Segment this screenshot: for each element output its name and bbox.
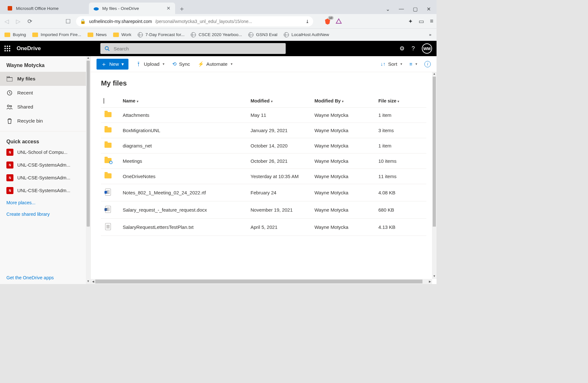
bookmark-item[interactable]: Buying [4,32,26,37]
install-app-icon[interactable]: ⤓ [306,19,309,24]
settings-icon[interactable]: ⚙ [399,45,405,52]
main-pane: ＋ New ▾ ⭱ Upload ▾ ⟲ Sync ⚡ Automate ▾ [91,56,437,284]
table-row[interactable]: OneDriveNotesYesterday at 10:35 AMWayne … [101,169,426,184]
file-name[interactable]: OneDriveNotes [120,169,248,184]
extensions-icon[interactable]: ✦ [408,18,413,25]
bookmark-icon[interactable]: ☐ [65,18,72,25]
menu-icon[interactable]: ≡ [430,18,433,25]
quick-access-item[interactable]: NUNL-CSE-SystemsAdm... [0,159,90,171]
upload-button[interactable]: ⭱ Upload ▾ [136,61,165,67]
file-name[interactable]: Notes_802_1_Meeting_02_24_2022.rtf [120,184,248,201]
create-library-link[interactable]: Create shared library [0,208,90,220]
column-header-modified[interactable]: Modified▾ [248,94,312,108]
office-icon [7,5,13,11]
reload-button[interactable]: ⟳ [26,18,33,25]
close-icon[interactable]: ✕ [166,5,171,11]
sidebar-item-shared[interactable]: Shared [0,100,90,114]
sync-button[interactable]: ⟲ Sync [172,61,190,67]
file-name[interactable]: diagrams_net [120,138,248,154]
sidebar-scrollbar[interactable]: ▲ ▼ [86,56,90,284]
bookmark-item[interactable]: CSCE 2020 Yearboo... [191,32,242,37]
sort-button[interactable]: ↓↑ Sort ▾ [381,61,402,67]
scroll-down-icon[interactable]: ▼ [86,280,90,284]
sidebar-item-label: Recent [17,90,33,96]
forward-button[interactable]: ▷ [15,18,22,25]
maximize-icon[interactable]: ▢ [413,6,418,12]
get-apps-link[interactable]: Get the OneDrive apps [6,275,84,280]
table-row[interactable]: diagrams_netOctober 14, 2020Wayne Motyck… [101,138,426,154]
minimize-icon[interactable]: ― [399,6,404,12]
app-name[interactable]: OneDrive [17,45,41,52]
search-input[interactable] [113,46,282,52]
app-launcher-icon[interactable] [4,46,11,51]
brave-rewards-icon[interactable] [336,18,342,25]
bookmark-item[interactable]: LocalHost AuthNew [284,32,329,37]
bookmark-item[interactable]: Work [113,32,131,37]
column-header-size[interactable]: File size▾ [376,94,426,108]
bookmark-item[interactable]: GSN3 Eval [248,32,277,37]
new-tab-button[interactable]: ＋ [176,3,187,14]
column-header-name[interactable]: Name▾ [120,94,248,108]
search-box[interactable] [100,43,286,54]
scroll-thumb[interactable] [95,280,422,283]
scroll-up-icon[interactable]: ▲ [432,72,437,77]
bookmark-item[interactable]: Imported From Fire... [32,32,81,37]
sidebar-item-myfiles[interactable]: My files [0,72,90,86]
quick-access-item[interactable]: NUNL-CSE-SystemsAdm... [0,171,90,184]
scroll-thumb[interactable] [433,77,436,227]
table-row[interactable]: Salary_request_-_feature_request.docxNov… [101,201,426,219]
command-bar: ＋ New ▾ ⭱ Upload ▾ ⟲ Sync ⚡ Automate ▾ [91,56,437,72]
table-row[interactable]: BoxMigrationUNLJanuary 29, 2021Wayne Mot… [101,123,426,138]
quick-access-item[interactable]: NUNL-School of Compu... [0,146,90,159]
automate-button[interactable]: ⚡ Automate ▾ [198,61,233,67]
file-name[interactable]: Meetings [120,154,248,169]
content-scrollbar[interactable]: ▲ ▼ [432,72,437,279]
table-row[interactable]: SalaryRequestLettersTestPlan.txtApril 5,… [101,219,426,236]
horizontal-scrollbar[interactable]: ◀ ▶ [91,279,432,284]
globe-icon [284,32,289,37]
folder-icon [104,173,112,178]
automate-label: Automate [206,61,228,67]
close-window-icon[interactable]: ✕ [427,6,431,12]
help-icon[interactable]: ? [412,45,415,52]
bookmarks-overflow[interactable]: » [429,32,432,37]
browser-addressbar: ◁ ▷ ⟳ ☐ 🔒 uofnelincoln-my.sharepoint.com… [0,14,437,29]
back-button[interactable]: ◁ [3,18,10,25]
file-name[interactable]: SalaryRequestLettersTestPlan.txt [120,219,248,236]
file-name[interactable]: Attachments [120,108,248,123]
sidebar-item-recent[interactable]: Recent [0,86,90,100]
wallet-icon[interactable]: ▭ [419,18,424,25]
chevron-down-icon[interactable]: ⌄ [386,6,390,12]
globe-icon [138,32,143,37]
file-name[interactable]: BoxMigrationUNL [120,123,248,138]
info-button[interactable]: i [424,61,431,67]
browser-tab-active[interactable]: My files - OneDrive ✕ [89,3,175,14]
site-icon: N [6,149,13,156]
quick-access-item[interactable]: NUNL-CSE-SystemsAdm... [0,184,90,197]
column-header-modified-by[interactable]: Modified By▾ [312,94,376,108]
file-name[interactable]: Salary_request_-_feature_request.docx [120,201,248,219]
view-button[interactable]: ≡ ▾ [409,61,417,67]
avatar[interactable]: WM [422,43,432,54]
browser-tab-inactive[interactable]: Microsoft Office Home [3,3,89,14]
folder-icon [4,33,10,37]
scroll-up-icon[interactable]: ▲ [86,56,90,61]
table-row[interactable]: MeetingsOctober 26, 2021Wayne Motycka10 … [101,154,426,169]
tab-title: My files - OneDrive [102,6,139,11]
scroll-down-icon[interactable]: ▼ [432,274,437,279]
table-row[interactable]: Notes_802_1_Meeting_02_24_2022.rtfFebrua… [101,184,426,201]
address-field[interactable]: 🔒 uofnelincoln-my.sharepoint.com/persona… [76,16,313,26]
lock-icon: 🔒 [80,19,86,24]
new-button[interactable]: ＋ New ▾ [97,59,128,70]
scroll-right-icon[interactable]: ▶ [428,279,432,284]
bookmark-item[interactable]: News [88,32,107,37]
table-row[interactable]: AttachmentsMay 11Wayne Motycka1 item [101,108,426,123]
shields-icon[interactable]: 10 [324,18,331,25]
folder-icon [104,127,112,132]
more-places-link[interactable]: More places... [0,197,90,208]
sidebar-item-recycle[interactable]: Recycle bin [0,114,90,128]
text-file-icon [105,223,111,230]
scroll-left-icon[interactable]: ◀ [91,279,95,284]
bookmark-item[interactable]: 7-Day Forecast for... [138,32,184,37]
scroll-thumb[interactable] [87,61,90,227]
